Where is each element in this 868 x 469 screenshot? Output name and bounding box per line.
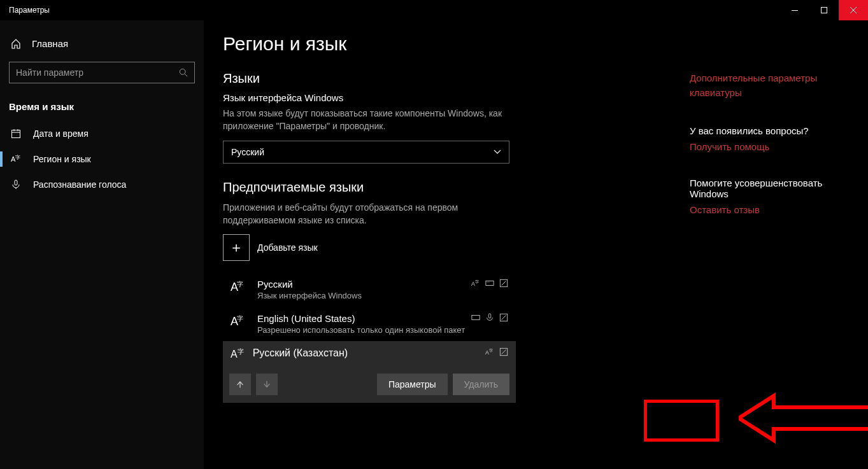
options-button[interactable]: Параметры: [377, 374, 448, 395]
keyboard-layout-icon: [471, 313, 480, 322]
add-language-button[interactable]: ＋ Добавьте язык: [223, 234, 671, 261]
search-placeholder: Найти параметр: [16, 67, 83, 78]
move-up-button[interactable]: [229, 374, 251, 395]
close-button[interactable]: [839, 0, 868, 20]
handwriting-icon: [499, 279, 508, 288]
language-icon: A字: [10, 154, 22, 164]
svg-text:字: 字: [475, 279, 479, 284]
ui-language-label: Язык интерфейса Windows: [223, 92, 671, 103]
svg-rect-6: [12, 130, 20, 138]
language-item-russian[interactable]: A字 Русский Язык интерфейса Windows A字: [223, 272, 516, 307]
window-controls: [780, 0, 868, 20]
svg-rect-1: [822, 8, 827, 13]
keyboard-layout-icon: [485, 279, 494, 288]
preferred-languages-description: Приложения и веб-сайты будут отображатьс…: [223, 201, 516, 227]
home-nav[interactable]: Главная: [0, 33, 204, 54]
plus-icon: ＋: [223, 234, 250, 261]
svg-text:A: A: [471, 281, 475, 287]
svg-rect-16: [486, 281, 494, 286]
calendar-icon: [10, 129, 22, 139]
sidebar-item-speech[interactable]: Распознавание голоса: [0, 172, 204, 197]
annotation-arrow: [739, 389, 868, 447]
language-item-english-us[interactable]: A字 English (United States) Разрешено исп…: [223, 307, 516, 341]
svg-text:A: A: [485, 349, 489, 356]
display-language-icon: A字: [471, 279, 480, 288]
sidebar-item-label: Распознавание голоса: [33, 179, 126, 190]
microphone-icon: [10, 179, 22, 190]
window-title: Параметры: [0, 6, 50, 15]
language-glyph-icon: A字: [231, 313, 248, 328]
svg-rect-20: [472, 316, 480, 320]
language-name: Русский (Казахстан): [253, 347, 348, 359]
language-subtitle: Язык интерфейса Windows: [257, 291, 362, 300]
maximize-button[interactable]: [809, 0, 839, 20]
svg-line-5: [185, 74, 187, 76]
sidebar-item-region-language[interactable]: A字 Регион и язык: [0, 146, 204, 172]
get-help-link[interactable]: Получить помощь: [690, 141, 855, 152]
ui-language-select[interactable]: Русский: [223, 141, 509, 164]
svg-rect-21: [488, 314, 491, 318]
home-icon: [10, 39, 22, 49]
minimize-button[interactable]: [780, 0, 809, 20]
svg-text:字: 字: [489, 348, 493, 353]
search-icon: [179, 68, 188, 77]
home-label: Главная: [32, 38, 68, 49]
speech-icon: [485, 313, 494, 322]
advanced-keyboard-link[interactable]: Дополнительные параметры клавиатуры: [690, 71, 855, 100]
handwriting-icon: [499, 313, 508, 322]
section-preferred-languages: Предпочитаемые языки: [223, 180, 671, 195]
sidebar-item-label: Регион и язык: [33, 154, 91, 164]
language-subtitle: Разрешено использовать только один языко…: [257, 325, 465, 335]
sidebar-category: Время и язык: [0, 96, 204, 121]
add-language-label: Добавьте язык: [257, 242, 318, 253]
chevron-down-icon: [494, 150, 501, 155]
annotation-highlight-box: [644, 400, 719, 442]
sidebar: Главная Найти параметр Время и язык Дата…: [0, 20, 204, 469]
ui-language-description: На этом языке будут показываться такие к…: [223, 107, 516, 133]
improve-heading: Помогите усовершенствовать Windows: [690, 178, 855, 199]
feedback-link[interactable]: Оставить отзыв: [690, 204, 855, 215]
handwriting-icon: [499, 347, 508, 356]
sidebar-item-label: Дата и время: [33, 129, 89, 139]
main-content: Регион и язык Языки Язык интерфейса Wind…: [204, 20, 690, 469]
ui-language-value: Русский: [231, 147, 264, 157]
delete-button[interactable]: Удалить: [453, 374, 509, 395]
page-title: Регион и язык: [223, 33, 671, 55]
svg-marker-26: [739, 396, 868, 440]
language-name: Русский: [257, 279, 362, 290]
section-languages: Языки: [223, 71, 671, 86]
language-name: English (United States): [257, 313, 465, 324]
svg-point-4: [180, 69, 185, 74]
language-glyph-icon: A字: [231, 279, 248, 294]
sidebar-item-date-time[interactable]: Дата и время: [0, 121, 204, 146]
language-glyph-icon: A字: [231, 347, 244, 360]
language-item-russian-kz-selected[interactable]: A字 Русский (Казахстан) A字 Параметры: [223, 341, 516, 402]
title-bar: Параметры: [0, 0, 868, 20]
display-language-icon: A字: [485, 347, 494, 356]
svg-text:字: 字: [15, 155, 20, 160]
questions-heading: У вас появились вопросы?: [690, 125, 855, 136]
move-down-button[interactable]: [256, 374, 278, 395]
svg-rect-12: [15, 180, 17, 185]
svg-rect-0: [792, 10, 798, 11]
search-input[interactable]: Найти параметр: [9, 62, 195, 83]
